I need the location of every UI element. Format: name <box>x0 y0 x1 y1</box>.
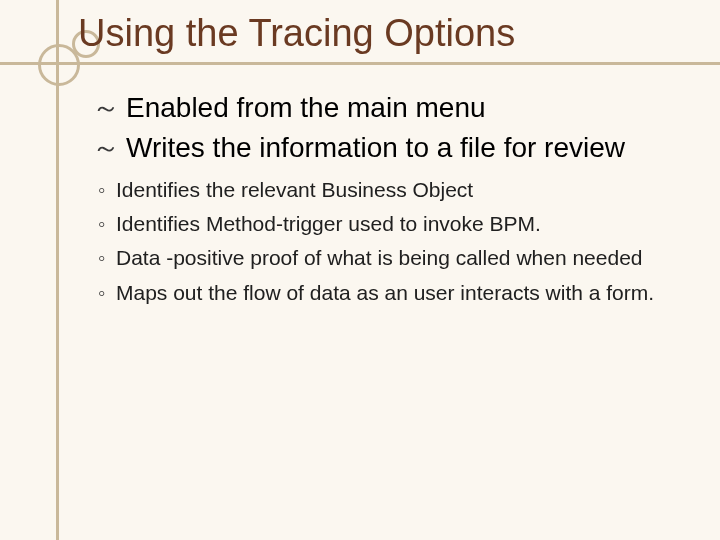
bullet-lead: Writes <box>126 132 205 163</box>
sub-bullet-list: ◦ Identifies the relevant Business Objec… <box>98 176 690 307</box>
sub-bullet-text: Maps out the flow of data as an user int… <box>116 279 690 307</box>
sub-bullet-text: Data -positive proof of what is being ca… <box>116 244 690 272</box>
bullet-text: Writes the information to a file for rev… <box>126 130 690 166</box>
bullet-rest: the information to a file for review <box>205 132 625 163</box>
sub-bullet-text: Identifies the relevant Business Object <box>116 176 690 204</box>
bullet-item: ～ Writes the information to a file for r… <box>92 130 690 166</box>
sub-bullet-item: ◦ Identifies the relevant Business Objec… <box>98 176 690 204</box>
bullet-item: ～ Enabled from the main menu <box>92 90 690 126</box>
sub-bullet-item: ◦ Identifies Method-trigger used to invo… <box>98 210 690 238</box>
sub-bullet-marker: ◦ <box>98 244 116 272</box>
sub-bullet-text: Identifies Method-trigger used to invoke… <box>116 210 690 238</box>
sub-bullet-marker: ◦ <box>98 176 116 204</box>
horizontal-rule <box>0 62 720 65</box>
sub-bullet-item: ◦ Maps out the flow of data as an user i… <box>98 279 690 307</box>
slide-body: ～ Enabled from the main menu ～ Writes th… <box>92 90 690 313</box>
bullet-text: Enabled from the main menu <box>126 90 690 126</box>
bullet-lead: Enabled <box>126 92 229 123</box>
sub-bullet-marker: ◦ <box>98 210 116 238</box>
slide-title: Using the Tracing Options <box>78 12 515 55</box>
sub-bullet-marker: ◦ <box>98 279 116 307</box>
sub-bullet-item: ◦ Data -positive proof of what is being … <box>98 244 690 272</box>
bullet-icon: ～ <box>92 130 120 166</box>
bullet-icon: ～ <box>92 90 120 126</box>
bullet-rest: from the main menu <box>229 92 486 123</box>
